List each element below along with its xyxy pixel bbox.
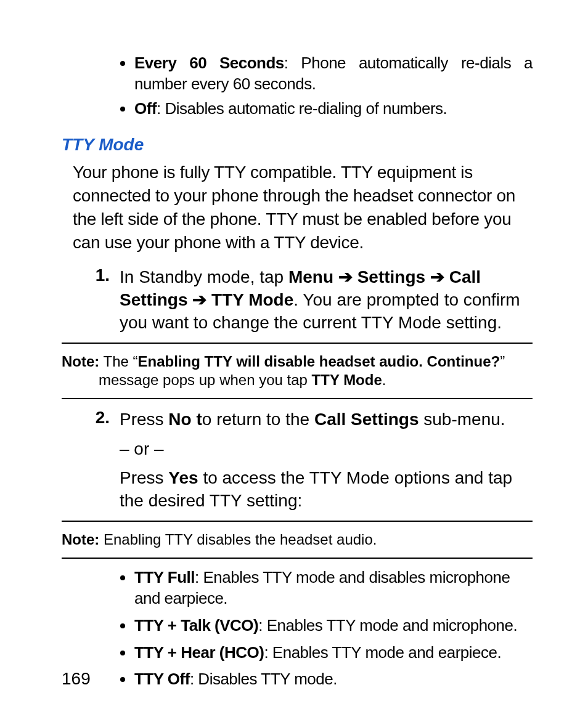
note-bold-tty-mode: TTY Mode: [312, 371, 382, 388]
option-lead: TTY + Hear (HCO): [134, 643, 264, 662]
option-lead: TTY + Talk (VCO): [134, 616, 258, 635]
arrow-icon: ➔: [187, 290, 211, 309]
arrow-icon: ➔: [425, 267, 449, 286]
note-label: Note:: [62, 531, 99, 548]
note-bold-message: Enabling TTY will disable headset audio.…: [138, 353, 500, 370]
option-rest: : Enables TTY mode and earpiece.: [264, 643, 501, 662]
list-item: TTY Full: Enables TTY mode and disables …: [134, 567, 533, 609]
list-item: TTY Off: Disables TTY mode.: [134, 669, 533, 690]
option-lead: TTY Full: [134, 568, 195, 586]
steps-list-2: 2. Press No to return to the Call Settin…: [79, 408, 533, 512]
step2-line2: Press Yes to access the TTY Mode options…: [120, 466, 533, 512]
divider: [62, 343, 533, 344]
manual-page: Every 60 Seconds: Phone automatically re…: [0, 0, 588, 722]
step-2: 2. Press No to return to the Call Settin…: [79, 408, 533, 512]
divider: [62, 398, 533, 399]
arrow-icon: ➔: [333, 267, 357, 286]
option-rest: : Disables TTY mode.: [190, 670, 337, 688]
section-heading-tty-mode: TTY Mode: [62, 135, 533, 155]
steps-list: 1. In Standby mode, tap Menu ➔ Settings …: [79, 266, 533, 335]
step-number: 2.: [79, 408, 120, 512]
intro-paragraph: Your phone is fully TTY compatible. TTY …: [73, 161, 526, 254]
or-separator: – or –: [120, 437, 533, 460]
step-1: 1. In Standby mode, tap Menu ➔ Settings …: [79, 266, 533, 335]
redial-bullet-list: Every 60 Seconds: Phone automatically re…: [117, 53, 533, 119]
list-item: Every 60 Seconds: Phone automatically re…: [134, 53, 533, 95]
bullet-rest: : Disables automatic re-dialing of numbe…: [157, 99, 447, 118]
step2-line1: Press No to return to the Call Settings …: [120, 408, 533, 431]
divider: [62, 558, 533, 559]
list-item: TTY + Talk (VCO): Enables TTY mode and m…: [134, 615, 533, 636]
menu-path-menu: Menu: [288, 267, 333, 286]
page-number: 169: [62, 669, 91, 689]
step-content: Press No to return to the Call Settings …: [120, 408, 533, 512]
step-number: 1.: [79, 266, 120, 335]
option-lead: TTY Off: [134, 670, 190, 688]
step-content: In Standby mode, tap Menu ➔ Settings ➔ C…: [120, 266, 533, 335]
list-item: Off: Disables automatic re-dialing of nu…: [134, 99, 533, 120]
note-label: Note:: [62, 353, 99, 370]
bullet-lead: Every 60 Seconds: [134, 54, 284, 72]
bullet-lead: Off: [134, 99, 157, 118]
list-item: TTY + Hear (HCO): Enables TTY mode and e…: [134, 643, 533, 663]
tty-options-list: TTY Full: Enables TTY mode and disables …: [117, 567, 533, 690]
divider: [62, 521, 533, 522]
note-1: Note: The “Enabling TTY will disable hea…: [62, 352, 533, 389]
note-2: Note: Enabling TTY disables the headset …: [62, 530, 533, 549]
menu-path-settings: Settings: [357, 267, 425, 286]
menu-path-tty-mode: TTY Mode: [211, 290, 293, 309]
option-rest: : Enables TTY mode and microphone.: [258, 616, 517, 635]
